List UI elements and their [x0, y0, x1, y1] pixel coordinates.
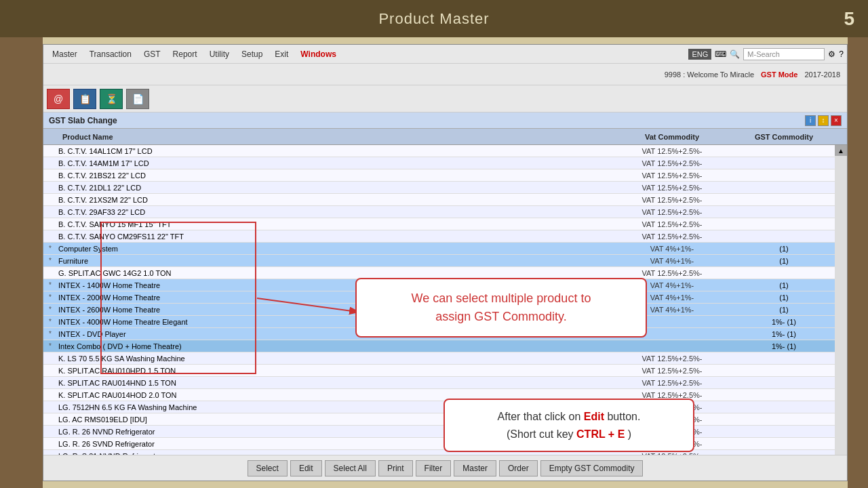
table-row[interactable]: *Computer SystemVAT 4%+1%-(1)	[43, 243, 847, 255]
year-label: 2017-2018	[804, 70, 840, 79]
row-gst: (1)	[733, 293, 835, 302]
table-row[interactable]: K. SPLIT.AC RAU010HPD 1.5 TONVAT 12.5%+2…	[43, 365, 847, 377]
settings-icon[interactable]: ⚙	[828, 49, 835, 59]
table-row[interactable]: B. C.T.V. 14AL1CM 17" LCDVAT 12.5%+2.5%-	[43, 145, 847, 157]
table-row[interactable]: K. SPLIT.AC RAU014HND 1.5 TONVAT 12.5%+2…	[43, 377, 847, 389]
menu-utility[interactable]: Utility	[204, 47, 235, 61]
row-vat: VAT 12.5%+2.5%-	[611, 184, 733, 192]
help-icon[interactable]: ?	[839, 49, 844, 59]
menu-transaction[interactable]: Transaction	[84, 47, 137, 61]
table-row[interactable]: B. C.T.V. 21DL1 22" LCDVAT 12.5%+2.5%-	[43, 182, 847, 194]
row-product-name: B. C.T.V. 21BS21 22" LCD	[57, 171, 611, 180]
menu-items: Master Transaction GST Report Utility Se…	[47, 47, 342, 61]
row-product-name: B. C.T.V. 14AM1M 17" LCD	[57, 159, 611, 167]
row-marker: *	[43, 306, 57, 313]
scrollbar[interactable]: ▲ ▼	[835, 145, 847, 474]
section-title: GST Slab Change	[49, 116, 117, 125]
row-vat: VAT 12.5%+2.5%-	[611, 269, 733, 277]
page-number: 5	[844, 8, 854, 30]
bottom-btn-edit[interactable]: Edit	[290, 460, 322, 476]
row-product-name: B. C.T.V. 21XS2M 22" LCD	[57, 196, 611, 204]
toolbar-btn-4[interactable]: 📄	[126, 89, 149, 109]
row-marker: *	[43, 330, 57, 338]
tooltip-edit-line1: After that click on	[498, 411, 581, 422]
toolbar-btn-1[interactable]: @	[47, 89, 70, 109]
bottom-btn-order[interactable]: Order	[499, 460, 538, 476]
row-gst: (1)	[733, 245, 835, 253]
tooltip-edit-line2: button.	[607, 411, 640, 422]
table-row[interactable]: K. LS 70 5.5 KG SA Washing MachineVAT 12…	[43, 352, 847, 365]
toolbar-btn-3[interactable]: ⏳	[100, 89, 123, 109]
section-icon-close[interactable]: ×	[831, 115, 842, 126]
row-vat: VAT 12.5%+2.5%-	[611, 220, 733, 228]
menu-windows[interactable]: Windows	[295, 47, 342, 61]
row-product-name: B. C.T.V. 14AL1CM 17" LCD	[57, 147, 611, 155]
table-row[interactable]: B. C.T.V. 21BS21 22" LCDVAT 12.5%+2.5%-	[43, 169, 847, 182]
table-row[interactable]: B. C.T.V. 29AF33 22" LCDVAT 12.5%+2.5%-	[43, 206, 847, 218]
row-gst: (1)	[733, 281, 835, 289]
row-vat: VAT 12.5%+2.5%-	[611, 391, 733, 399]
bottom-btn-master[interactable]: Master	[454, 460, 496, 476]
row-vat: VAT 12.5%+2.5%-	[611, 367, 733, 375]
table-header: Product Name Vat Commodity GST Commodity	[43, 129, 847, 145]
scroll-up[interactable]: ▲	[835, 145, 847, 156]
bottom-btn-filter[interactable]: Filter	[416, 460, 452, 476]
bottom-btn-print[interactable]: Print	[378, 460, 413, 476]
tooltip-edit-shortcut: (Short cut key	[507, 428, 574, 440]
row-product-name: B. C.T.V. 21DL1 22" LCD	[57, 184, 611, 192]
tooltip-multi-text: We can select multiple product toassign …	[412, 291, 591, 323]
bottom-btn-select[interactable]: Select	[248, 460, 288, 476]
toolbar-btn-2[interactable]: 📋	[73, 89, 96, 109]
bottom-btn-empty-gst-commodity[interactable]: Empty GST Commodity	[540, 460, 644, 476]
bottom-btn-select-all[interactable]: Select All	[325, 460, 376, 476]
row-gst: 1%- (1)	[733, 318, 835, 326]
row-product-name: Computer System	[57, 245, 611, 253]
menu-master[interactable]: Master	[47, 47, 83, 61]
table-row[interactable]: *FurnitureVAT 4%+1%-(1)	[43, 255, 847, 267]
row-vat: VAT 12.5%+2.5%-	[611, 147, 733, 155]
section-icons: i ↕ ×	[805, 115, 842, 126]
row-vat: VAT 12.5%+2.5%-	[611, 232, 733, 241]
toolbar: @ 📋 ⏳ 📄	[43, 85, 847, 113]
row-marker: *	[43, 281, 57, 289]
gst-mode-label: GST Mode	[761, 70, 797, 79]
row-product-name: Intex Combo ( DVD + Home Theatre)	[57, 342, 611, 350]
tooltip-shortcut-bold: CTRL + E	[576, 428, 625, 440]
menu-gst[interactable]: GST	[138, 47, 166, 61]
section-icon-restore[interactable]: ↕	[818, 115, 829, 126]
row-vat: VAT 12.5%+2.5%-	[611, 208, 733, 216]
row-product-name: K. LS 70 5.5 KG SA Washing Machine	[57, 354, 611, 363]
row-product-name: Furniture	[57, 257, 611, 265]
table-row[interactable]: *Intex Combo ( DVD + Home Theatre)1%- (1…	[43, 340, 847, 352]
menu-bar: Master Transaction GST Report Utility Se…	[43, 45, 847, 64]
menu-setup[interactable]: Setup	[236, 47, 268, 61]
table-container: Product Name Vat Commodity GST Commodity…	[43, 129, 847, 474]
app-window: Master Transaction GST Report Utility Se…	[43, 44, 848, 481]
row-gst: 1%- (1)	[733, 330, 835, 338]
col-header-vat: Vat Commodity	[611, 133, 733, 141]
keyboard-icon: ⌨	[715, 49, 726, 59]
col-header-gst: GST Commodity	[733, 133, 835, 141]
search-box[interactable]: M-Search	[743, 48, 825, 60]
table-row[interactable]: B. C.T.V. 21XS2M 22" LCDVAT 12.5%+2.5%-	[43, 194, 847, 206]
row-vat: VAT 12.5%+2.5%-	[611, 171, 733, 180]
search-placeholder: M-Search	[747, 50, 780, 58]
lang-badge: ENG	[688, 49, 711, 60]
row-product-name: B. C.T.V. SANYO 15 MF1 15" TFT	[57, 220, 611, 228]
tooltip-multi-select: We can select multiple product toassign …	[355, 278, 647, 338]
row-vat: VAT 12.5%+2.5%-	[611, 354, 733, 363]
row-vat: VAT 4%+1%-	[611, 257, 733, 265]
search-icon: 🔍	[730, 49, 740, 59]
row-gst: 1%- (1)	[733, 342, 835, 350]
row-product-name: B. C.T.V. SANYO CM29FS11 22" TFT	[57, 232, 611, 241]
main-content: Master Transaction GST Report Utility Se…	[43, 37, 848, 488]
menu-report[interactable]: Report	[167, 47, 203, 61]
table-row[interactable]: B. C.T.V. SANYO CM29FS11 22" TFTVAT 12.5…	[43, 230, 847, 243]
table-row[interactable]: B. C.T.V. SANYO 15 MF1 15" TFTVAT 12.5%+…	[43, 218, 847, 230]
row-product-name: K. SPLIT.AC RAU010HPD 1.5 TON	[57, 367, 611, 375]
menu-exit[interactable]: Exit	[269, 47, 294, 61]
row-product-name: K. SPLIT.AC RAU014HOD 2.0 TON	[57, 391, 611, 399]
section-icon-info[interactable]: i	[805, 115, 816, 126]
row-marker: *	[43, 342, 57, 350]
table-row[interactable]: B. C.T.V. 14AM1M 17" LCDVAT 12.5%+2.5%-	[43, 157, 847, 169]
